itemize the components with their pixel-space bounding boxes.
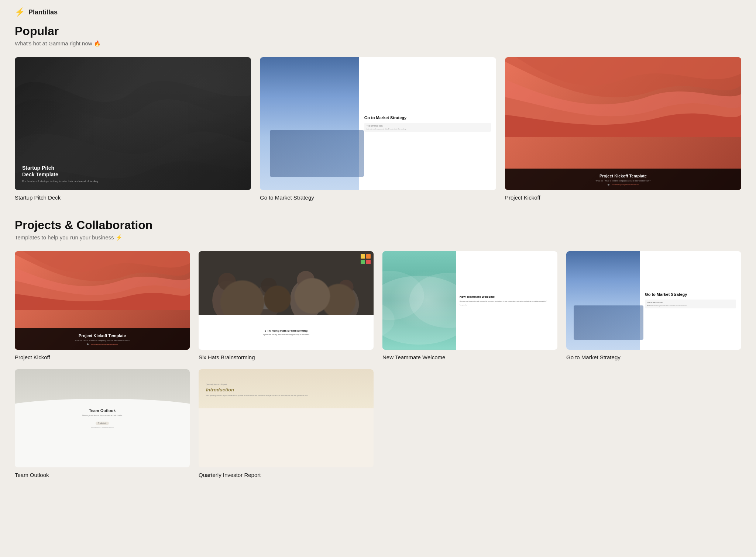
template-card-teammate[interactable]: New Teammate Welcome How are new hires w… (382, 251, 557, 360)
investor-thumb-title: Introduction (206, 387, 366, 392)
kickoff-thumb-sub: What do I want to tell the company about… (511, 180, 735, 182)
template-name-kickoff-popular: Project Kickoff (505, 194, 741, 201)
teamoutlook-thumb-title: Team Outlook (82, 408, 122, 413)
startup-thumb-title: Startup PitchDeck Template (22, 165, 98, 178)
template-placeholder-4 (566, 369, 741, 478)
template-name-kickoff-collab: Project Kickoff (15, 354, 190, 360)
template-card-kickoff-collab[interactable]: Project Kickoff Template What do I want … (15, 251, 190, 360)
template-thumbnail-kickoff-popular: Project Kickoff Template What do I want … (505, 57, 741, 190)
template-card-sixhats[interactable]: 6 Thinking Hats Brainstorming A problem … (199, 251, 374, 360)
gtm-collab-thumb-title: Go to Market Strategy (645, 292, 736, 297)
kickoff-thumb-links: houndsfactory.com | tilehatbuttermail.co… (612, 184, 639, 186)
kickoff-collab-thumb-title: Project Kickoff Template (21, 333, 184, 338)
collab-title: Projects & Collaboration (15, 218, 741, 232)
teamoutlook-badge: Productivity (96, 422, 109, 425)
template-name-sixhats: Six Hats Brainstorming (199, 354, 374, 360)
template-card-startup[interactable]: Startup PitchDeck Template For founders … (15, 57, 251, 201)
template-card-teamoutlook[interactable]: Team Outlook How orgs and teams aim to a… (15, 369, 190, 478)
teammate-thumb-meta: Template by (460, 304, 554, 306)
kickoff-collab-links: houndsfactory.com | tilehatbuttermail.co… (91, 343, 118, 345)
popular-subtitle: What's hot at Gamma right now 🔥 (15, 40, 741, 47)
gtm-collab-thumb-card: This is the last card. (647, 301, 734, 304)
template-thumbnail-teamoutlook: Team Outlook How orgs and teams aim to a… (15, 369, 190, 468)
sixhats-thumb-title: 6 Thinking Hats Brainstorming (265, 329, 307, 332)
template-thumbnail-investor: Quarterly Investor Report Introduction T… (199, 369, 374, 468)
startup-thumb-sub: For founders & startups looking to raise… (22, 180, 98, 183)
template-card-investor[interactable]: Quarterly Investor Report Introduction T… (199, 369, 374, 478)
gtm-thumb-card-sub: Add data cards to generate data AI conte… (367, 128, 489, 130)
gtm-collab-thumb-card-sub: Add data cards to generate data AI conte… (647, 305, 734, 307)
template-name-investor: Quarterly Investor Report (199, 472, 374, 478)
template-thumbnail-startup: Startup PitchDeck Template For founders … (15, 57, 251, 190)
template-name-startup: Startup Pitch Deck (15, 194, 251, 201)
template-placeholder-3 (382, 369, 557, 478)
page-title: Plantillas (28, 8, 58, 16)
popular-title: Popular (15, 24, 741, 38)
kickoff-thumb-title: Project Kickoff Template (511, 174, 735, 178)
collab-subtitle: Templates to help you run your business … (15, 234, 741, 241)
investor-thumb-body: This quarterly investor report is intend… (206, 395, 366, 397)
template-card-kickoff-popular[interactable]: Project Kickoff Template What do I want … (505, 57, 741, 201)
template-thumbnail-gtm: Go to Market Strategy This is the last c… (260, 57, 496, 190)
template-thumbnail-sixhats: 6 Thinking Hats Brainstorming A problem … (199, 251, 374, 350)
template-thumbnail-kickoff-collab: Project Kickoff Template What do I want … (15, 251, 190, 350)
kickoff-collab-thumb-sub: What do I want to tell the company about… (21, 339, 184, 342)
template-name-gtm-collab: Go to Market Strategy (566, 354, 741, 360)
page-header: ⚡ Plantillas (0, 0, 756, 21)
template-name-teammate: New Teammate Welcome (382, 354, 557, 360)
template-name-teamoutlook: Team Outlook (15, 472, 190, 478)
template-card-gtm-collab[interactable]: Go to Market Strategy This is the last c… (566, 251, 741, 360)
teamoutlook-links: ● houndsfactory ● tilehatbuttermail.com (82, 427, 122, 428)
template-thumbnail-teammate: New Teammate Welcome How are new hires w… (382, 251, 557, 350)
collab-grid-row1: Project Kickoff Template What do I want … (15, 251, 741, 360)
sixhats-thumb-sub: A problem solving and brainstorming tech… (263, 333, 309, 336)
collab-grid-row2: Team Outlook How orgs and teams aim to a… (15, 369, 741, 478)
popular-grid: Startup PitchDeck Template For founders … (15, 57, 741, 201)
gtm-thumb-card: This is the last card. (367, 125, 489, 127)
collab-section: Projects & Collaboration Templates to he… (15, 218, 741, 478)
popular-section: Popular What's hot at Gamma right now 🔥 (15, 24, 741, 201)
teamoutlook-thumb-sub: How orgs and teams aim to advance their … (82, 414, 122, 416)
lightning-icon: ⚡ (15, 7, 25, 17)
main-content: Popular What's hot at Gamma right now 🔥 (0, 21, 756, 511)
template-card-gtm[interactable]: Go to Market Strategy This is the last c… (260, 57, 496, 201)
teammate-thumb-body: How are new hires welcomed, prepared to … (460, 300, 554, 302)
gtm-thumb-title: Go to Market Strategy (364, 115, 491, 120)
investor-thumb-label: Quarterly Investor Report (206, 383, 366, 385)
template-name-gtm: Go to Market Strategy (260, 194, 496, 201)
teammate-thumb-title: New Teammate Welcome (460, 295, 554, 298)
template-thumbnail-gtm-collab: Go to Market Strategy This is the last c… (566, 251, 741, 350)
